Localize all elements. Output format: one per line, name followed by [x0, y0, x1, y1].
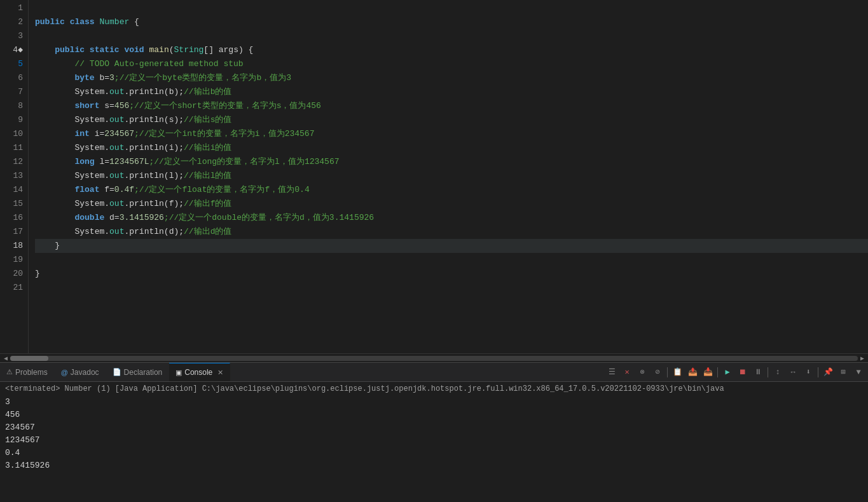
console-output-line-3: 234567	[5, 421, 863, 434]
console-output-line-2: 456	[5, 409, 863, 421]
code-line-9: System.out.println(s);//输出s的值	[35, 113, 868, 127]
scrollbar-track[interactable]	[10, 356, 858, 361]
line-numbers: 1 2 3 4◆ 5 6 7 8 9 10 11 12 13 14 15 16 …	[0, 0, 29, 353]
line-num-8: 8	[0, 99, 23, 113]
code-line-21	[35, 281, 868, 295]
horizontal-scrollbar[interactable]: ◀ ▶	[0, 353, 868, 362]
line-num-3: 3	[0, 29, 23, 43]
toolbar-btn-menu[interactable]: ▼	[851, 365, 865, 379]
code-line-7: System.out.println(b);//输出b的值	[35, 85, 868, 99]
toolbar-btn-paste[interactable]: 📤	[685, 365, 699, 379]
console-output-line-4: 1234567	[5, 434, 863, 447]
toolbar-btn-scroll-lock[interactable]: 📥	[701, 365, 715, 379]
line-num-15: 15	[0, 197, 23, 211]
line-num-4: 4◆	[0, 43, 23, 57]
console-content[interactable]: <terminated> Number (1) [Java Applicatio…	[0, 382, 868, 502]
toolbar-btn-stop[interactable]: ⏹	[736, 365, 750, 379]
toolbar-btn-clear-console[interactable]: ☰	[605, 365, 619, 379]
tab-problems-label: Problems	[15, 368, 48, 377]
code-line-18: }	[35, 239, 868, 253]
line-num-17: 17	[0, 225, 23, 239]
toolbar-btn-copy[interactable]: 📋	[670, 365, 684, 379]
line-num-21: 21	[0, 281, 23, 295]
code-line-11: System.out.println(i);//输出i的值	[35, 141, 868, 155]
code-line-20: }	[35, 267, 868, 281]
line-num-9: 9	[0, 113, 23, 127]
tab-javadoc-label: Javadoc	[71, 368, 99, 377]
line-num-20: 20	[0, 267, 23, 281]
editor-area: 1 2 3 4◆ 5 6 7 8 9 10 11 12 13 14 15 16 …	[0, 0, 868, 362]
toolbar-separator-4	[818, 367, 818, 377]
toolbar-btn-open-console[interactable]: ⊞	[836, 365, 850, 379]
code-line-10: int i=234567;//定义一个int的变量，名字为i，值为234567	[35, 127, 868, 141]
tab-bar: ⚠ Problems @ Javadoc 📄 Declaration ▣ Con…	[0, 363, 868, 382]
console-icon: ▣	[176, 369, 182, 377]
code-line-4: public static void main(String[] args) {	[35, 43, 868, 57]
console-output-line-1: 3	[5, 396, 863, 409]
toolbar-btn-pin[interactable]: 📌	[821, 365, 835, 379]
toolbar-btn-terminate[interactable]: ✕	[620, 365, 634, 379]
console-output-line-5: 0.4	[5, 447, 863, 459]
code-line-3	[35, 29, 868, 43]
code-line-16: double d=3.1415926;//定义一个double的变量，名字为d，…	[35, 211, 868, 225]
toolbar-separator-2	[717, 367, 718, 377]
declaration-icon: 📄	[113, 368, 121, 376]
line-num-10: 10	[0, 127, 23, 141]
line-num-19: 19	[0, 253, 23, 267]
console-output-line-6: 3.1415926	[5, 459, 863, 472]
tab-problems[interactable]: ⚠ Problems	[0, 363, 55, 381]
console-terminated-text: <terminated> Number (1) [Java Applicatio…	[5, 384, 863, 393]
scroll-left-arrow[interactable]: ◀	[1, 354, 10, 363]
code-line-15: System.out.println(f);//输出f的值	[35, 197, 868, 211]
line-num-14: 14	[0, 183, 23, 197]
toolbar-btn-run[interactable]: ▶	[720, 365, 734, 379]
toolbar-btn-word-wrap[interactable]: ↕	[771, 365, 785, 379]
line-num-7: 7	[0, 85, 23, 99]
tab-console-label: Console	[184, 368, 212, 377]
code-container[interactable]: 1 2 3 4◆ 5 6 7 8 9 10 11 12 13 14 15 16 …	[0, 0, 868, 353]
code-line-6: byte b=3;//定义一个byte类型的变量，名字为b，值为3	[35, 71, 868, 85]
tab-console[interactable]: ▣ Console ✕	[169, 363, 230, 381]
line-num-13: 13	[0, 169, 23, 183]
toolbar-btn-remove[interactable]: ⊗	[635, 365, 649, 379]
problems-icon: ⚠	[6, 368, 13, 376]
line-num-16: 16	[0, 211, 23, 225]
toolbar-btn-remove-all[interactable]: ⊘	[651, 365, 665, 379]
tab-declaration[interactable]: 📄 Declaration	[106, 363, 170, 381]
code-area[interactable]: public class Number { public static void…	[29, 0, 868, 353]
scroll-right-arrow[interactable]: ▶	[858, 354, 867, 363]
code-line-1	[35, 1, 868, 15]
code-line-13: System.out.println(l);//输出l的值	[35, 169, 868, 183]
toolbar-separator-1	[667, 367, 668, 377]
toolbar-separator-3	[768, 367, 768, 377]
console-close-button[interactable]: ✕	[217, 369, 223, 377]
code-line-14: float f=0.4f;//定义一个float的变量，名字为f，值为0.4	[35, 183, 868, 197]
tab-javadoc[interactable]: @ Javadoc	[55, 363, 106, 381]
line-num-2: 2	[0, 15, 23, 29]
line-num-12: 12	[0, 155, 23, 169]
console-toolbar: ☰ ✕ ⊗ ⊘ 📋 📤 📥 ▶ ⏹ ⏸ ↕ ↔ ⬇ 📌 ⊞ ▼	[602, 363, 868, 381]
code-line-8: short s=456;//定义一个short类型的变量，名字为s，值为456	[35, 99, 868, 113]
code-line-12: long l=1234567L;//定义一个long的变量，名字为l，值为123…	[35, 155, 868, 169]
javadoc-icon: @	[61, 369, 68, 376]
tab-declaration-label: Declaration	[124, 368, 163, 377]
code-line-19	[35, 253, 868, 267]
bottom-panel: ⚠ Problems @ Javadoc 📄 Declaration ▣ Con…	[0, 362, 868, 502]
scrollbar-thumb[interactable]	[10, 356, 48, 361]
toolbar-btn-show-console[interactable]: ⬇	[801, 365, 815, 379]
line-num-6: 6	[0, 71, 23, 85]
line-num-11: 11	[0, 141, 23, 155]
toolbar-btn-suspend[interactable]: ⏸	[751, 365, 765, 379]
line-num-1: 1	[0, 1, 23, 15]
code-line-2: public class Number {	[35, 15, 868, 29]
code-line-17: System.out.println(d);//输出d的值	[35, 225, 868, 239]
toolbar-btn-scroll-end[interactable]: ↔	[786, 365, 800, 379]
line-num-18: 18	[0, 239, 23, 253]
code-line-5: // TODO Auto-generated method stub	[35, 57, 868, 71]
line-num-5: 5	[0, 57, 23, 71]
